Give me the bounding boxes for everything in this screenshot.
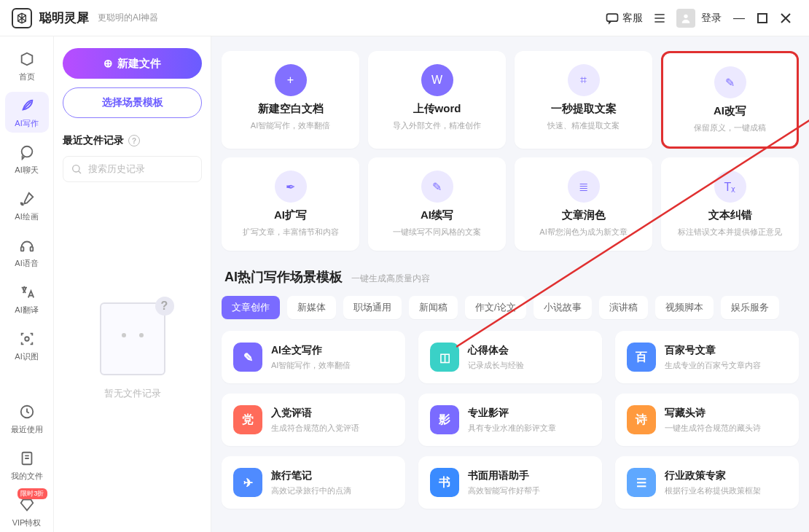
- app-logo-icon: [12, 8, 32, 28]
- card-desc: 保留原义，一键成稿: [694, 122, 766, 133]
- svg-point-1: [684, 14, 687, 17]
- empty-state: ? 暂无文件记录: [63, 182, 202, 520]
- search-icon: [71, 163, 82, 175]
- expand-icon: ✒: [275, 171, 307, 203]
- maximize-button[interactable]: [751, 7, 774, 30]
- template-desc: 记录成长与经验: [468, 360, 524, 371]
- tab-0[interactable]: 文章创作: [222, 296, 280, 319]
- feature-card-correct[interactable]: Tᵪ 文本纠错 标注错误文本并提供修正意见: [661, 157, 799, 251]
- template-desc: 根据行业名称提供政策框架: [665, 485, 761, 496]
- template-item-8[interactable]: ☰ 行业政策专家 根据行业名称提供政策框架: [615, 456, 799, 509]
- correct-icon: Tᵪ: [714, 171, 746, 203]
- templates-header: AI热门写作场景模板 一键生成高质量内容: [224, 268, 799, 286]
- minimize-button[interactable]: —: [727, 7, 751, 30]
- template-item-5[interactable]: 诗 写藏头诗 一键生成符合规范的藏头诗: [615, 394, 799, 446]
- nav-ocr[interactable]: AI识图: [5, 325, 49, 366]
- template-title: 百家号文章: [665, 344, 761, 357]
- feature-card-upload-word[interactable]: W 上传word 导入外部文件，精准创作: [368, 51, 506, 149]
- nav-myfiles[interactable]: 我的文件: [5, 445, 49, 485]
- card-desc: 快速、精准提取文案: [547, 120, 620, 131]
- template-icon: 影: [430, 405, 459, 434]
- upload-word-icon: W: [421, 64, 453, 96]
- template-title: 旅行笔记: [271, 469, 351, 482]
- nav-draw[interactable]: AI绘画: [5, 185, 49, 226]
- scan-icon: [17, 329, 36, 348]
- brush-icon: [17, 189, 36, 208]
- plus-icon: ⊕: [103, 57, 113, 70]
- polish-icon: ≣: [568, 171, 600, 203]
- feature-card-expand[interactable]: ✒ AI扩写 扩写文章，丰富情节和内容: [222, 157, 359, 251]
- tab-7[interactable]: 视频脚本: [655, 296, 714, 319]
- card-title: 文章润色: [562, 208, 606, 222]
- svg-point-9: [73, 165, 79, 172]
- choose-template-button[interactable]: 选择场景模板: [63, 87, 202, 118]
- menu-icon[interactable]: [652, 10, 668, 26]
- app-tagline: 更聪明的AI神器: [98, 12, 158, 24]
- headphones-icon: [17, 236, 36, 255]
- template-grid: ✎ AI全文写作 AI智能写作，效率翻倍 ◫ 心得体会 记录成长与经验 百 百家…: [222, 331, 799, 509]
- template-item-6[interactable]: ✈ 旅行笔记 高效记录旅行中的点滴: [222, 456, 405, 509]
- nav-recent[interactable]: 最近使用: [5, 398, 49, 439]
- translate-icon: [17, 283, 36, 302]
- feature-card-polish[interactable]: ≣ 文章润色 AI帮您润色为成为新文章: [515, 157, 652, 251]
- tab-5[interactable]: 小说故事: [534, 296, 592, 319]
- svg-rect-4: [20, 246, 23, 251]
- tab-8[interactable]: 娱乐服务: [721, 296, 779, 319]
- card-title: AI扩写: [274, 208, 307, 222]
- template-item-7[interactable]: 书 书面用语助手 高效智能写作好帮手: [418, 456, 602, 509]
- template-title: 专业影评: [468, 407, 556, 420]
- nav-translate[interactable]: AI翻译: [5, 278, 49, 319]
- template-item-0[interactable]: ✎ AI全文写作 AI智能写作，效率翻倍: [222, 331, 405, 383]
- tab-6[interactable]: 演讲稿: [599, 296, 648, 319]
- extract-icon: ⌗: [568, 64, 600, 96]
- template-item-4[interactable]: 影 专业影评 具有专业水准的影评文章: [418, 394, 602, 446]
- card-title: AI改写: [714, 104, 746, 118]
- login-button[interactable]: 登录: [671, 6, 727, 31]
- titlebar: 聪明灵犀 更聪明的AI神器 客服 登录 —: [0, 0, 809, 36]
- template-item-2[interactable]: 百 百家号文章 生成专业的百家号文章内容: [615, 331, 799, 383]
- template-desc: 生成专业的百家号文章内容: [665, 360, 761, 371]
- template-item-3[interactable]: 党 入党评语 生成符合规范的入党评语: [222, 394, 405, 446]
- nav-write[interactable]: AI写作: [5, 92, 49, 133]
- clock-icon: [17, 402, 36, 421]
- feature-card-extract[interactable]: ⌗ 一秒提取文案 快速、精准提取文案: [515, 51, 652, 149]
- help-icon[interactable]: ?: [128, 135, 140, 146]
- search-input[interactable]: 搜索历史记录: [63, 156, 202, 182]
- template-icon: 诗: [627, 405, 656, 434]
- chat-icon: [605, 11, 620, 26]
- template-icon: ☰: [627, 468, 656, 497]
- tab-3[interactable]: 新闻稿: [409, 296, 458, 319]
- template-icon: 党: [233, 405, 262, 434]
- search-placeholder: 搜索历史记录: [88, 163, 145, 176]
- tab-1[interactable]: 新媒体: [287, 296, 336, 319]
- feature-card-rewrite[interactable]: ✎ AI改写 保留原义，一键成稿: [661, 51, 799, 149]
- template-item-1[interactable]: ◫ 心得体会 记录成长与经验: [418, 331, 602, 383]
- continue-icon: ✎: [421, 171, 453, 203]
- template-title: 书面用语助手: [468, 469, 540, 482]
- tab-2[interactable]: 职场通用: [343, 296, 402, 319]
- nav-chat[interactable]: AI聊天: [5, 138, 49, 179]
- template-title: AI全文写作: [271, 344, 351, 357]
- template-title: 写藏头诗: [665, 407, 761, 420]
- empty-doc-icon: ?: [100, 302, 165, 375]
- template-icon: 百: [627, 343, 656, 372]
- template-title: 入党评语: [271, 407, 359, 420]
- nav-voice[interactable]: AI语音: [5, 232, 49, 273]
- feature-card-new-doc[interactable]: + 新建空白文档 AI智能写作，效率翻倍: [222, 51, 359, 149]
- card-title: 新建空白文档: [258, 102, 324, 116]
- tab-4[interactable]: 作文/论文: [465, 296, 526, 319]
- card-desc: 扩写文章，丰富情节和内容: [243, 227, 339, 238]
- nav-vip[interactable]: VIP特权: [5, 491, 49, 532]
- card-desc: 一键续写不同风格的文案: [393, 227, 481, 238]
- left-panel: ⊕ 新建文件 选择场景模板 最近文件记录 ? 搜索历史记录 ? 暂无文件记录: [54, 36, 211, 532]
- svg-rect-5: [30, 246, 33, 251]
- support-button[interactable]: 客服: [599, 8, 649, 28]
- template-icon: ◫: [430, 343, 459, 372]
- rewrite-icon: ✎: [714, 66, 746, 98]
- nav-home[interactable]: 首页: [5, 45, 49, 86]
- close-button[interactable]: [774, 7, 797, 30]
- template-desc: 一键生成符合规范的藏头诗: [665, 423, 761, 434]
- feature-card-continue[interactable]: ✎ AI续写 一键续写不同风格的文案: [368, 157, 506, 251]
- new-file-button[interactable]: ⊕ 新建文件: [63, 48, 202, 79]
- card-desc: AI帮您润色为成为新文章: [539, 227, 627, 238]
